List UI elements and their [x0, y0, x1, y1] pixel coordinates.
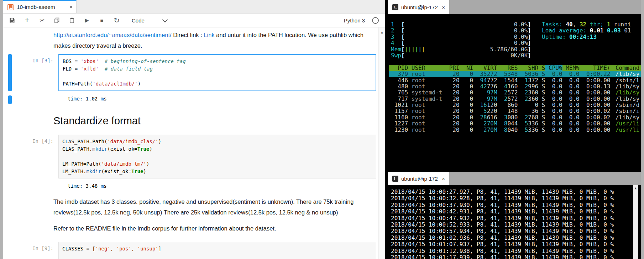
process-row: 446root2009477215441372S0.00.00:00.00/sb… [389, 77, 641, 83]
screen: 10-imdb-aseem × + ✂ ▶ ■ ↻ Code Python 3 [0, 0, 644, 259]
process-row: 1021root200161208600S0.00.00:00.00/sbin/… [389, 102, 641, 108]
cell-collapser[interactable] [3, 54, 17, 91]
stanford-link[interactable]: http://ai.stanford.edu/~amaas/data/senti… [53, 32, 172, 38]
output-collapser[interactable] [3, 182, 17, 190]
log-line: 2018/04/15 10:00:52.933, P8, 41, 11439 M… [391, 222, 630, 228]
terminal-tab-title: ubuntu@ip-172 [401, 176, 439, 182]
htop-meter-2: 2[0.0%] [391, 27, 531, 33]
log-line: 2018/04/15 10:00:32.928, P8, 41, 11439 M… [391, 195, 630, 202]
code-cell-9: In [9]: CLASSES = ['neg', 'pos', 'unsup'… [3, 242, 378, 259]
code-cell-3: In [3]: BOS = 'xbos' # beginning-of-sent… [3, 54, 378, 91]
chevron-down-icon [162, 17, 168, 22]
htop-terminal[interactable]: 1[0.0%]2[0.0%]3[0.0%]4[0.0%]Mem[||||||5.… [388, 14, 641, 172]
direct-link[interactable]: Link [204, 32, 214, 38]
log-terminal[interactable]: 2018/04/15 10:00:27.927, P8, 41, 11439 M… [388, 185, 641, 259]
terminal-scrollbar[interactable]: ▲ [633, 185, 638, 259]
scroll-up-icon[interactable]: ▲ [633, 186, 638, 190]
htop-meter-4: 4[0.0%] [391, 40, 531, 46]
cut-icon[interactable]: ✂ [38, 17, 46, 24]
close-icon[interactable]: × [442, 4, 445, 10]
execution-time: time: 1.02 ms [58, 95, 107, 104]
copy-icon[interactable] [53, 17, 61, 23]
code-line: CLAS_PATH=Path('data/imdb_clas/') [62, 138, 372, 145]
active-output-bar[interactable] [8, 95, 12, 104]
terminal-icon: $_ [392, 4, 398, 10]
cell-4-output-row: time: 3.48 ms [3, 182, 378, 190]
process-row: 1160root2002861630802768S0.00.00:00.02/l… [389, 114, 641, 120]
process-row: 1157root200522014836S0.00.00:00.02/sbin/… [389, 108, 641, 114]
cell-type-value: Code [132, 17, 145, 24]
log-line: 2018/04/15 10:01:07.937, P8, 41, 11439 M… [391, 241, 630, 248]
input-prompt: In [4]: [17, 135, 58, 178]
process-row: 1227root200270M80445336S0.00.00:00.00/us… [389, 120, 641, 126]
cell-type-dropdown[interactable]: Code [132, 17, 167, 24]
notebook-scroll-area: http://ai.stanford.edu/~amaas/data/senti… [3, 27, 378, 259]
scroll-up-icon[interactable]: ▲ [379, 30, 385, 34]
notebook-scrollbar[interactable]: ▲ [378, 27, 385, 259]
log-line: 2018/04/15 10:00:37.930, P8, 41, 11439 M… [391, 202, 630, 208]
terminal-icon: $_ [392, 176, 398, 182]
code-editor[interactable]: CLASSES = ['neg', 'pos', 'unsup'] [58, 242, 376, 259]
column-header-user: USER [408, 65, 449, 71]
htop-process-table: PIDUSERPRINIVIRTRESSHRSCPU%MEM%TIME+Comm… [391, 65, 641, 133]
htop-meter-1: 1[0.0%] [391, 21, 531, 27]
close-icon[interactable]: × [69, 4, 73, 10]
restart-kernel-icon[interactable]: ↻ [113, 16, 120, 25]
notebook-tab[interactable]: 10-imdb-aseem × [3, 0, 77, 13]
cell-collapser[interactable] [3, 135, 17, 178]
terminal-top-tab[interactable]: $_ ubuntu@ip-172 × [388, 0, 449, 14]
code-line: PATH=Path('data/aclImdb/') [63, 80, 372, 88]
log-output: 2018/04/15 10:00:27.927, P8, 41, 11439 M… [391, 189, 630, 259]
section-heading: Standardize format [53, 115, 378, 127]
notebook-content: http://ai.stanford.edu/~amaas/data/senti… [3, 27, 385, 259]
htop-table-header[interactable]: PIDUSERPRINIVIRTRESSHRSCPU%MEM%TIME+Comm… [389, 65, 641, 71]
column-header-s: S [538, 65, 545, 71]
code-editor[interactable]: CLAS_PATH=Path('data/imdb_clas/')CLAS_PA… [58, 135, 376, 178]
notebook-tab-title: 10-imdb-aseem [17, 4, 68, 10]
column-header-ni: NI [460, 65, 473, 71]
markdown-paragraph: The imdb dataset has 3 classes. positive… [53, 196, 371, 218]
htop-meter-mem: Mem[||||||5.78G/60.0G] [391, 46, 531, 52]
htop-meter-3: 3[0.0%] [391, 34, 531, 40]
code-line: CLASSES = ['neg', 'pos', 'unsup'] [62, 245, 372, 253]
cell-collapser[interactable] [3, 242, 17, 259]
save-icon[interactable] [9, 17, 16, 23]
add-cell-icon[interactable]: + [23, 15, 31, 25]
code-editor[interactable]: BOS = 'xbos' # beginning-of-sentence tag… [58, 54, 376, 91]
close-icon[interactable]: × [442, 176, 445, 182]
column-header-pid: PID [391, 65, 408, 71]
column-header-mem: MEM% [562, 65, 580, 71]
cell-3-output-row: time: 1.02 ms [3, 95, 378, 104]
active-cell-bar[interactable] [8, 54, 12, 91]
notebook-toolbar: + ✂ ▶ ■ ↻ Code Python 3 [3, 14, 385, 27]
htop-tasks-line: Tasks: 40, 32 thr; 1 runni [542, 21, 639, 27]
terminal-tab-title: ubuntu@ip-172 [401, 4, 439, 10]
column-header-shr: SHR [518, 65, 538, 71]
log-line: 2018/04/15 10:00:47.932, P8, 41, 11439 M… [391, 215, 630, 222]
code-line: LM_PATH=Path('data/imdb_lm/') [62, 160, 372, 168]
stop-icon[interactable]: ■ [98, 17, 105, 24]
input-prompt: In [3]: [17, 54, 58, 91]
kernel-name[interactable]: Python 3 [344, 17, 365, 24]
execution-time: time: 3.48 ms [58, 182, 107, 190]
notebook-icon [7, 4, 14, 10]
code-line [62, 153, 372, 160]
column-header-command: Command [610, 65, 641, 71]
column-header-res: RES [497, 65, 518, 71]
output-collapser[interactable] [3, 95, 17, 104]
terminal-top-tabbar: $_ ubuntu@ip-172 × [388, 0, 641, 14]
window-edge-left [0, 0, 3, 259]
markdown-paragraph: Refer to the README file in the imdb cor… [53, 223, 371, 234]
window-edge-right [641, 0, 644, 259]
log-line: 2018/04/15 10:01:17.939, P8, 41, 11439 M… [391, 254, 630, 259]
process-row: 480root2004277641602996S0.00.00:00.13/li… [389, 83, 641, 89]
code-line: FLD = 'xfld' # data field tag [63, 65, 372, 73]
htop-info: Tasks: 40, 32 thr; 1 runni Load average:… [542, 21, 639, 40]
log-line: 2018/04/15 10:00:57.934, P8, 41, 11439 M… [391, 228, 630, 234]
run-icon[interactable]: ▶ [83, 17, 90, 24]
code-line: BOS = 'xbos' # beginning-of-sentence tag [63, 58, 372, 65]
markdown-text: Direct link : [172, 32, 204, 38]
htop-meter-swp: Swp[0K/0K] [391, 52, 531, 58]
terminal-bottom-tab[interactable]: $_ ubuntu@ip-172 × [388, 172, 449, 185]
paste-icon[interactable] [68, 17, 75, 23]
